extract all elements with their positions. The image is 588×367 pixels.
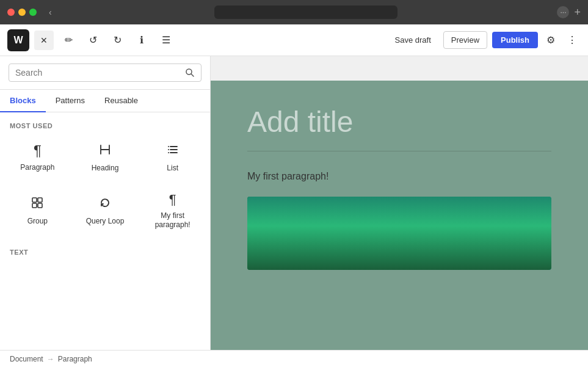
wordpress-logo[interactable]: W: [7, 29, 29, 51]
blocks-content: MOST USED ¶ Paragraph Heading: [0, 112, 210, 350]
query-loop-icon: [98, 196, 112, 212]
image-block[interactable]: [247, 197, 551, 270]
heading-label: Heading: [92, 164, 119, 173]
breadcrumb-document[interactable]: Document: [10, 355, 43, 363]
tab-controls: ··· +: [557, 6, 581, 19]
search-icon: [185, 68, 195, 78]
breadcrumb-separator: →: [47, 355, 54, 363]
settings-button[interactable]: ⚙: [543, 32, 559, 48]
group-label: Group: [27, 217, 48, 227]
query-loop-label: Query Loop: [86, 217, 125, 227]
editor-toolbar: W ✕ ✏ ↺ ↻ ℹ ☰ Save draft Preview Publish…: [0, 24, 588, 56]
browser-menu-button[interactable]: ···: [557, 6, 569, 18]
svg-point-6: [168, 149, 169, 150]
publish-button[interactable]: Publish: [492, 32, 538, 48]
redo-button[interactable]: ↻: [107, 31, 127, 50]
block-item-heading[interactable]: Heading: [73, 134, 138, 182]
more-options-button[interactable]: ⋮: [564, 32, 581, 48]
list-icon: [166, 143, 180, 159]
text-label: TEXT: [0, 246, 210, 261]
block-tabs: Blocks Patterns Reusable: [0, 90, 210, 112]
most-used-grid: ¶ Paragraph Heading: [0, 134, 210, 239]
breadcrumb-bar: Document → Paragraph: [0, 350, 588, 367]
heading-icon: [98, 143, 112, 159]
edit-mode-button[interactable]: ✏: [59, 31, 78, 50]
new-tab-button[interactable]: +: [574, 6, 581, 19]
tab-blocks[interactable]: Blocks: [0, 90, 46, 112]
list-label: List: [167, 164, 178, 173]
my-first-paragraph-icon: ¶: [169, 193, 176, 206]
svg-point-7: [168, 152, 169, 153]
paragraph-icon: ¶: [34, 144, 42, 158]
editor-content: Add title My first paragraph!: [211, 56, 588, 350]
toolbar-right: Save draft Preview Publish ⚙ ⋮: [388, 31, 581, 49]
svg-line-1: [191, 74, 194, 76]
block-item-group[interactable]: Group: [5, 184, 70, 239]
tab-reusable[interactable]: Reusable: [95, 90, 148, 112]
details-button[interactable]: ℹ: [132, 31, 151, 50]
block-item-query-loop[interactable]: Query Loop: [73, 184, 138, 239]
svg-point-5: [168, 146, 169, 147]
address-bar: [59, 5, 553, 19]
preview-button[interactable]: Preview: [443, 31, 487, 49]
paragraph-label: Paragraph: [20, 163, 54, 173]
list-view-button[interactable]: ☰: [156, 31, 176, 50]
add-title-placeholder[interactable]: Add title: [247, 105, 551, 139]
url-input[interactable]: [214, 5, 397, 19]
close-panel-button[interactable]: ✕: [34, 31, 54, 50]
block-item-paragraph[interactable]: ¶ Paragraph: [5, 134, 70, 182]
undo-button[interactable]: ↺: [83, 31, 103, 50]
search-container: [0, 56, 210, 90]
minimize-window-button[interactable]: [18, 9, 26, 16]
svg-rect-10: [32, 203, 37, 208]
palm-image: [247, 197, 551, 270]
close-window-button[interactable]: [7, 9, 15, 16]
back-button[interactable]: ‹: [46, 6, 54, 18]
search-wrapper: [9, 64, 201, 82]
title-bar: ‹ ··· +: [0, 0, 588, 24]
title-divider: [247, 151, 551, 151]
traffic-lights: [7, 9, 37, 16]
svg-rect-9: [38, 198, 42, 202]
group-icon: [31, 196, 44, 212]
my-first-paragraph-label: My first paragraph!: [145, 211, 200, 230]
svg-rect-8: [32, 198, 37, 202]
block-item-my-first-paragraph[interactable]: ¶ My first paragraph!: [140, 184, 205, 239]
most-used-label: MOST USED: [0, 120, 210, 134]
save-draft-button[interactable]: Save draft: [388, 32, 438, 48]
main-layout: Blocks Patterns Reusable MOST USED ¶ Par…: [0, 56, 588, 350]
search-input[interactable]: [15, 68, 180, 78]
block-inserter-sidebar: Blocks Patterns Reusable MOST USED ¶ Par…: [0, 56, 211, 350]
search-button[interactable]: [185, 68, 195, 78]
first-paragraph[interactable]: My first paragraph!: [247, 171, 551, 182]
block-item-list[interactable]: List: [140, 134, 205, 182]
browser-nav: ‹: [46, 6, 54, 18]
editor-canvas[interactable]: Add title My first paragraph!: [211, 81, 588, 350]
tab-patterns[interactable]: Patterns: [46, 90, 95, 112]
svg-rect-11: [38, 203, 42, 208]
maximize-window-button[interactable]: [29, 9, 37, 16]
breadcrumb-paragraph[interactable]: Paragraph: [58, 355, 92, 363]
